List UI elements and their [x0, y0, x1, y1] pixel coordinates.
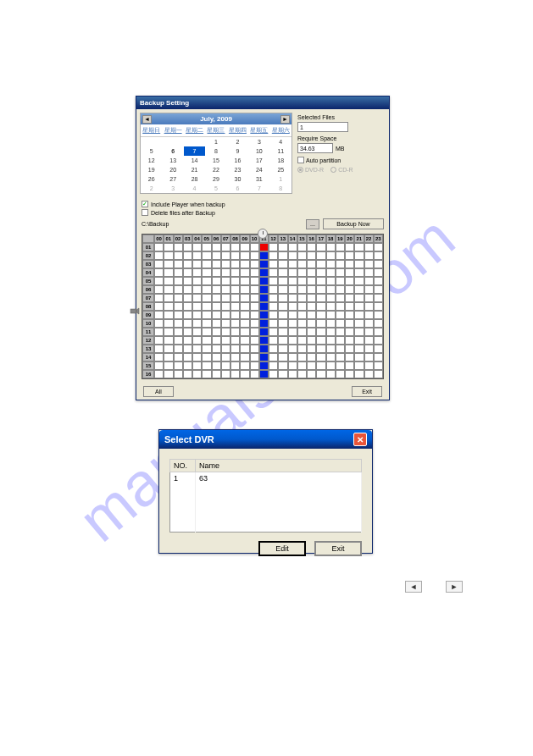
grid-cell[interactable]: [364, 302, 374, 311]
grid-cell[interactable]: [288, 328, 297, 336]
grid-cell[interactable]: [192, 328, 202, 336]
grid-cell[interactable]: [269, 294, 278, 302]
grid-cell[interactable]: [297, 370, 307, 378]
grid-cell[interactable]: [374, 328, 383, 336]
grid-cell[interactable]: [269, 243, 278, 251]
grid-cell[interactable]: [326, 277, 336, 285]
grid-cell[interactable]: [183, 302, 192, 311]
grid-cell[interactable]: [250, 319, 259, 328]
grid-cell[interactable]: [240, 328, 249, 336]
grid-cell[interactable]: [183, 294, 192, 302]
grid-cell[interactable]: [278, 302, 287, 311]
grid-cell[interactable]: [174, 319, 183, 328]
grid-cell[interactable]: [174, 370, 183, 378]
grid-cell[interactable]: [259, 319, 269, 328]
grid-cell[interactable]: [307, 328, 316, 336]
grid-cell[interactable]: [336, 353, 345, 361]
grid-cell[interactable]: [326, 328, 336, 336]
grid-cell[interactable]: [278, 294, 287, 302]
calendar-day[interactable]: [184, 137, 205, 146]
grid-cell[interactable]: [250, 285, 259, 294]
grid-cell[interactable]: [183, 336, 192, 345]
calendar-day[interactable]: 10: [248, 146, 269, 156]
grid-cell[interactable]: [326, 336, 336, 345]
grid-cell[interactable]: [154, 353, 164, 361]
grid-cell[interactable]: [278, 251, 287, 260]
grid-cell[interactable]: [212, 353, 221, 361]
grid-cell[interactable]: [202, 311, 211, 319]
grid-cell[interactable]: [326, 251, 336, 260]
grid-cell[interactable]: [297, 311, 307, 319]
table-row[interactable]: [170, 520, 362, 533]
grid-cell[interactable]: [307, 345, 316, 353]
channel-label[interactable]: 05: [142, 277, 154, 285]
calendar-day[interactable]: 21: [184, 165, 205, 174]
grid-cell[interactable]: [354, 319, 364, 328]
grid-cell[interactable]: [183, 251, 192, 260]
grid-cell[interactable]: [154, 328, 164, 336]
calendar-day[interactable]: 15: [205, 156, 226, 165]
hour-header[interactable]: 14: [288, 235, 297, 243]
grid-cell[interactable]: [192, 345, 202, 353]
grid-cell[interactable]: [212, 328, 221, 336]
grid-cell[interactable]: [269, 328, 278, 336]
grid-cell[interactable]: [345, 361, 354, 370]
grid-cell[interactable]: [326, 361, 336, 370]
grid-cell[interactable]: [259, 243, 269, 251]
grid-cell[interactable]: [240, 319, 249, 328]
grid-cell[interactable]: [345, 302, 354, 311]
grid-cell[interactable]: [336, 345, 345, 353]
grid-cell[interactable]: [174, 361, 183, 370]
grid-cell[interactable]: [240, 243, 249, 251]
grid-cell[interactable]: [259, 260, 269, 268]
grid-cell[interactable]: [221, 277, 230, 285]
grid-cell[interactable]: [240, 268, 249, 277]
grid-cell[interactable]: [336, 285, 345, 294]
grid-cell[interactable]: [259, 311, 269, 319]
grid-cell[interactable]: [154, 294, 164, 302]
grid-cell[interactable]: [345, 311, 354, 319]
grid-cell[interactable]: [316, 268, 325, 277]
hour-header[interactable]: 01: [164, 235, 173, 243]
grid-cell[interactable]: [164, 260, 173, 268]
hour-header[interactable]: 16: [307, 235, 316, 243]
grid-cell[interactable]: [221, 311, 230, 319]
calendar-prev-button[interactable]: ◄: [142, 115, 152, 124]
grid-cell[interactable]: [192, 277, 202, 285]
grid-cell[interactable]: [297, 243, 307, 251]
grid-cell[interactable]: [250, 277, 259, 285]
channel-label[interactable]: 02: [142, 251, 154, 260]
grid-cell[interactable]: [164, 328, 173, 336]
grid-cell[interactable]: [288, 345, 297, 353]
grid-cell[interactable]: [174, 311, 183, 319]
grid-cell[interactable]: [278, 328, 287, 336]
grid-cell[interactable]: [154, 345, 164, 353]
grid-cell[interactable]: [174, 328, 183, 336]
grid-cell[interactable]: [269, 336, 278, 345]
grid-cell[interactable]: [269, 361, 278, 370]
grid-cell[interactable]: [192, 251, 202, 260]
grid-cell[interactable]: [269, 370, 278, 378]
hour-header[interactable]: 13: [278, 235, 287, 243]
grid-cell[interactable]: [307, 294, 316, 302]
grid-cell[interactable]: [192, 336, 202, 345]
grid-cell[interactable]: [269, 285, 278, 294]
grid-cell[interactable]: [259, 345, 269, 353]
calendar-day[interactable]: 8: [270, 184, 291, 193]
grid-cell[interactable]: [288, 251, 297, 260]
grid-cell[interactable]: [288, 302, 297, 311]
grid-cell[interactable]: [192, 285, 202, 294]
grid-cell[interactable]: [164, 345, 173, 353]
grid-cell[interactable]: [202, 251, 211, 260]
calendar-day[interactable]: 28: [184, 174, 205, 184]
grid-cell[interactable]: [174, 285, 183, 294]
grid-cell[interactable]: [288, 311, 297, 319]
grid-cell[interactable]: [164, 302, 173, 311]
grid-cell[interactable]: [297, 361, 307, 370]
calendar-day[interactable]: 27: [162, 174, 183, 184]
hour-header[interactable]: 19: [336, 235, 345, 243]
grid-cell[interactable]: [240, 345, 249, 353]
calendar-day[interactable]: 26: [141, 174, 162, 184]
calendar-day[interactable]: 2: [227, 137, 248, 146]
grid-cell[interactable]: [183, 353, 192, 361]
